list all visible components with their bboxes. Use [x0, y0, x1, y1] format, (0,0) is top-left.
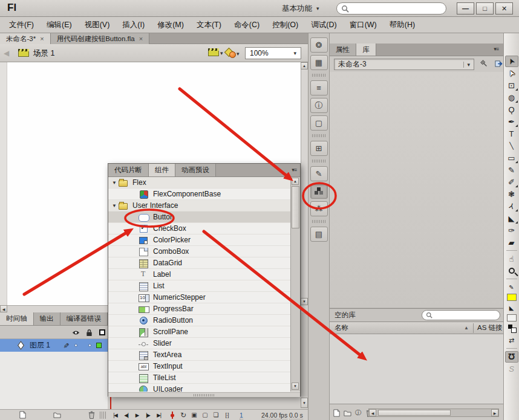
motion-presets-panel[interactable]: ✎	[310, 166, 328, 181]
scroll-right-icon[interactable]: ▶	[491, 409, 498, 416]
modify-markers[interactable]: [·]	[223, 410, 231, 419]
menu-item[interactable]: 编辑(E)	[45, 19, 74, 31]
scroll-down-icon[interactable]: ▼	[292, 383, 299, 390]
onion-outline[interactable]: ▢	[201, 410, 209, 419]
panel-tab[interactable]: 编译器错误	[60, 312, 108, 325]
document-tab[interactable]: 用代码创建按钮Button.fla ×	[51, 33, 150, 44]
panel-tab[interactable]: 组件	[149, 164, 175, 176]
component-tree-row[interactable]: ▼ ColorPicker	[108, 234, 290, 246]
scroll-left-icon[interactable]: ◀	[0, 305, 7, 312]
rotate-3d-tool[interactable]: ◍	[505, 92, 518, 103]
close-tab-icon[interactable]: ×	[139, 35, 143, 42]
pen-tool[interactable]: ✒	[505, 116, 518, 128]
color-panel[interactable]: ❂	[310, 37, 328, 53]
component-tree-row[interactable]: ▼ ScrollPane	[108, 326, 290, 338]
frame-rate-value[interactable]: 24.00 fps	[261, 412, 287, 419]
outline-icon[interactable]	[98, 328, 106, 337]
component-tree-row[interactable]: ▼ Button	[108, 212, 290, 223]
text-tool[interactable]: T	[505, 128, 518, 140]
menu-item[interactable]: 帮助(H)	[388, 19, 417, 31]
info-panel[interactable]: ⓘ	[310, 98, 328, 113]
menu-item[interactable]: 视图(V)	[83, 19, 112, 31]
zoom-level-select[interactable]: 100% ▾	[245, 47, 301, 59]
component-tree-row[interactable]: ▼ DataGrid	[108, 257, 290, 269]
close-button[interactable]: ✕	[495, 2, 513, 15]
bone-tool[interactable]: ⅄	[505, 201, 518, 212]
hand-tool[interactable]: ☝	[505, 253, 518, 265]
edit-multiple-frames[interactable]: ❏	[212, 410, 220, 419]
step-back[interactable]: ◀|	[122, 410, 131, 419]
lock-icon[interactable]	[85, 328, 93, 337]
new-layer-icon[interactable]	[18, 410, 27, 419]
component-tree-row[interactable]: ▼ Slider	[108, 338, 290, 349]
pencil-tool[interactable]: ✎	[505, 164, 518, 176]
component-tree-row[interactable]: ▼ Label	[108, 269, 290, 280]
kuler-panel[interactable]: ⁂	[310, 201, 328, 216]
zoom-tool[interactable]	[505, 265, 518, 277]
scrollbar-thumb[interactable]	[378, 410, 451, 416]
column-name[interactable]: 名称	[330, 323, 348, 332]
panel-tab[interactable]: 时间轴	[0, 312, 34, 325]
brush-tool[interactable]: ✐	[505, 176, 518, 188]
document-tab[interactable]: 未命名-3* ×	[0, 33, 51, 44]
panel-resize-grip[interactable]	[108, 392, 300, 397]
code-snippets-panel[interactable]: ⊞	[310, 141, 328, 156]
frame-area[interactable]	[108, 396, 301, 409]
loop[interactable]: ↻	[179, 410, 188, 419]
layer-lock-dot[interactable]	[88, 344, 91, 347]
layer-row[interactable]: 图层 1 ✎	[0, 339, 108, 352]
component-tree-row[interactable]: ▼ Flex	[108, 177, 290, 189]
minimize-button[interactable]: —	[457, 2, 474, 15]
back-arrow-icon[interactable]: ◀	[4, 49, 9, 57]
pin-library-button[interactable]	[480, 60, 490, 69]
marker[interactable]	[168, 410, 177, 419]
swap-colors[interactable]: ⇄	[505, 335, 518, 346]
eraser-tool[interactable]: ▰	[505, 237, 518, 248]
menu-item[interactable]: 控制(O)	[270, 19, 300, 31]
component-tree-row[interactable]: ▼ ProgressBar	[108, 303, 290, 315]
align-panel[interactable]: ≡	[310, 80, 328, 95]
library-document-select[interactable]: 未命名-3 ▾	[334, 59, 474, 70]
fill-color-bucket[interactable]: ◣	[505, 302, 518, 314]
library-item-list[interactable]	[330, 334, 503, 404]
components-scrollbar[interactable]: ▲ ▼	[290, 177, 300, 392]
paint-bucket-tool[interactable]: ◣	[505, 213, 518, 224]
fill-color-swatch[interactable]	[507, 314, 517, 321]
transform-panel[interactable]: ▢	[310, 115, 328, 131]
component-tree-row[interactable]: ▼ User Interface	[108, 200, 290, 212]
component-tree-row[interactable]: ▼ CheckBox	[108, 223, 290, 234]
column-divider[interactable]	[473, 323, 474, 333]
menu-item[interactable]: 插入(I)	[120, 19, 146, 31]
menu-item[interactable]: 文件(F)	[7, 19, 36, 31]
layer-visibility-dot[interactable]	[74, 344, 77, 347]
rectangle-tool[interactable]: ▭	[505, 152, 518, 164]
selection-tool[interactable]: ➤	[505, 56, 518, 67]
black-white[interactable]	[505, 323, 518, 334]
go-first[interactable]: |◀	[111, 410, 120, 419]
layer-outline-color[interactable]	[96, 343, 102, 348]
library-horizontal-scrollbar[interactable]: ◀ ▶	[368, 409, 499, 417]
scroll-left-icon[interactable]: ◀	[369, 409, 376, 416]
current-frame-value[interactable]: 1	[240, 412, 243, 419]
scroll-up-icon[interactable]: ▲	[301, 62, 308, 69]
component-tree-row[interactable]: ▼ UILoader	[108, 384, 290, 392]
snap-magnet[interactable]: Ω	[505, 351, 518, 363]
frame-scroll-down-icon[interactable]: ▼	[301, 398, 308, 408]
panel-tab[interactable]: 库	[356, 44, 376, 56]
expander-icon[interactable]: ▼	[112, 180, 118, 186]
panel-menu-icon[interactable]: ▾≡	[494, 46, 498, 52]
components-panel[interactable]	[310, 184, 328, 199]
edit-symbols-button[interactable]: ▾	[226, 48, 240, 57]
panel-tab[interactable]: 属性	[330, 44, 356, 56]
maximize-button[interactable]: □	[476, 2, 494, 15]
new-folder-icon[interactable]	[343, 409, 351, 417]
stroke-color-swatch[interactable]	[507, 294, 517, 301]
component-tree-row[interactable]: ▼ TileList	[108, 372, 290, 384]
component-tree-row[interactable]: ▼ NumericStepper	[108, 292, 290, 303]
lasso-tool[interactable]: Ǫ	[505, 104, 518, 115]
project-panel[interactable]: ▤	[310, 227, 328, 242]
stage-vertical-scrollbar[interactable]: ▲ ▼	[301, 62, 308, 312]
menu-item[interactable]: 命令(C)	[232, 19, 261, 31]
elapsed-time-value[interactable]: 0.0 s	[289, 412, 303, 419]
delete-layer-icon[interactable]	[87, 410, 96, 419]
